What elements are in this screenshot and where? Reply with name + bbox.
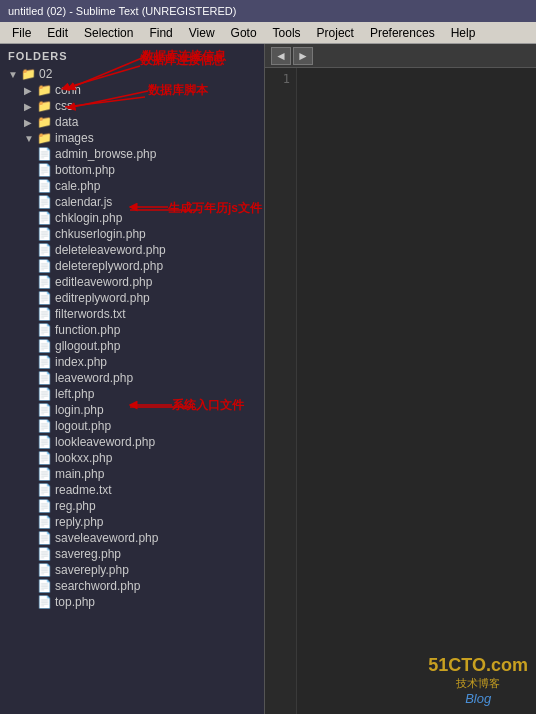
file-label: main.php xyxy=(55,467,104,481)
menu-find[interactable]: Find xyxy=(141,24,180,42)
file-icon: 📄 xyxy=(36,531,52,545)
forward-button[interactable]: ► xyxy=(293,47,313,65)
file-label: leaveword.php xyxy=(55,371,133,385)
code-area[interactable] xyxy=(297,68,536,714)
file-reply[interactable]: 📄 reply.php xyxy=(0,514,264,530)
file-icon: 📄 xyxy=(36,259,52,273)
file-cale[interactable]: 📄 cale.php xyxy=(0,178,264,194)
folder-icon: 📁 xyxy=(36,131,52,145)
folder-css-label: css xyxy=(55,99,73,113)
file-top[interactable]: 📄 top.php xyxy=(0,594,264,610)
file-deletereplyword[interactable]: 📄 deletereplyword.php xyxy=(0,258,264,274)
menu-tools[interactable]: Tools xyxy=(265,24,309,42)
file-chkuserlogin[interactable]: 📄 chkuserlogin.php xyxy=(0,226,264,242)
file-editleaveword[interactable]: 📄 editleaveword.php xyxy=(0,274,264,290)
file-icon: 📄 xyxy=(36,275,52,289)
file-label: reply.php xyxy=(55,515,103,529)
file-icon: 📄 xyxy=(36,355,52,369)
file-bottom[interactable]: 📄 bottom.php xyxy=(0,162,264,178)
file-savereg[interactable]: 📄 savereg.php xyxy=(0,546,264,562)
file-lookxx[interactable]: 📄 lookxx.php xyxy=(0,450,264,466)
file-label: deletereplyword.php xyxy=(55,259,163,273)
file-left[interactable]: 📄 left.php xyxy=(0,386,264,402)
file-icon: 📄 xyxy=(36,499,52,513)
folder-images[interactable]: ▼ 📁 images xyxy=(0,130,264,146)
file-label: logout.php xyxy=(55,419,111,433)
file-readme[interactable]: 📄 readme.txt xyxy=(0,482,264,498)
file-label: saveleaveword.php xyxy=(55,531,158,545)
folder-data[interactable]: ▶ 📁 data xyxy=(0,114,264,130)
file-icon: 📄 xyxy=(36,291,52,305)
file-icon: 📄 xyxy=(36,307,52,321)
editor-content: 1 xyxy=(265,68,536,714)
file-icon: 📄 xyxy=(36,387,52,401)
menu-project[interactable]: Project xyxy=(309,24,362,42)
file-label: bottom.php xyxy=(55,163,115,177)
file-deleteleaveword[interactable]: 📄 deleteleaveword.php xyxy=(0,242,264,258)
file-chklogin[interactable]: 📄 chklogin.php xyxy=(0,210,264,226)
file-label: savereply.php xyxy=(55,563,129,577)
menu-edit[interactable]: Edit xyxy=(39,24,76,42)
menu-goto[interactable]: Goto xyxy=(223,24,265,42)
arrow-down-icon: ▼ xyxy=(8,69,20,80)
folder-root-02[interactable]: ▼ 📁 02 xyxy=(0,66,264,82)
file-calendar-js[interactable]: 📄 calendar.js xyxy=(0,194,264,210)
folder-conn[interactable]: ▶ 📁 conn xyxy=(0,82,264,98)
file-icon: 📄 xyxy=(36,419,52,433)
sidebar: FOLDERS ▼ 📁 02 ▶ 📁 conn ▶ 📁 css ▶ 📁 data… xyxy=(0,44,265,714)
file-login[interactable]: 📄 login.php xyxy=(0,402,264,418)
file-logout[interactable]: 📄 logout.php xyxy=(0,418,264,434)
file-icon: 📄 xyxy=(36,547,52,561)
line-number: 1 xyxy=(265,72,290,86)
file-label: filterwords.txt xyxy=(55,307,126,321)
file-label: calendar.js xyxy=(55,195,112,209)
root-folder-label: 02 xyxy=(39,67,52,81)
file-searchword[interactable]: 📄 searchword.php xyxy=(0,578,264,594)
menu-preferences[interactable]: Preferences xyxy=(362,24,443,42)
folder-data-label: data xyxy=(55,115,78,129)
file-savereply[interactable]: 📄 savereply.php xyxy=(0,562,264,578)
folder-css[interactable]: ▶ 📁 css xyxy=(0,98,264,114)
file-function[interactable]: 📄 function.php xyxy=(0,322,264,338)
menu-help[interactable]: Help xyxy=(443,24,484,42)
file-leaveword[interactable]: 📄 leaveword.php xyxy=(0,370,264,386)
file-filterwords[interactable]: 📄 filterwords.txt xyxy=(0,306,264,322)
file-label: lookleaveword.php xyxy=(55,435,155,449)
menu-selection[interactable]: Selection xyxy=(76,24,141,42)
file-label: readme.txt xyxy=(55,483,112,497)
file-admin-browse[interactable]: 📄 admin_browse.php xyxy=(0,146,264,162)
file-icon: 📄 xyxy=(36,227,52,241)
file-saveleaveword[interactable]: 📄 saveleaveword.php xyxy=(0,530,264,546)
file-label: chklogin.php xyxy=(55,211,122,225)
sidebar-header: FOLDERS xyxy=(0,44,264,66)
file-index[interactable]: 📄 index.php xyxy=(0,354,264,370)
back-button[interactable]: ◄ xyxy=(271,47,291,65)
title-label: untitled (02) - Sublime Text (UNREGISTER… xyxy=(8,5,236,17)
file-icon: 📄 xyxy=(36,515,52,529)
folder-conn-label: conn xyxy=(55,83,81,97)
file-label: index.php xyxy=(55,355,107,369)
file-label: chkuserlogin.php xyxy=(55,227,146,241)
arrow-down-icon: ▼ xyxy=(24,133,36,144)
file-label: admin_browse.php xyxy=(55,147,156,161)
file-label: editreplyword.php xyxy=(55,291,150,305)
line-numbers: 1 xyxy=(265,68,297,714)
menu-file[interactable]: File xyxy=(4,24,39,42)
file-editreplyword[interactable]: 📄 editreplyword.php xyxy=(0,290,264,306)
arrow-right-icon: ▶ xyxy=(24,85,36,96)
file-label: function.php xyxy=(55,323,120,337)
file-main[interactable]: 📄 main.php xyxy=(0,466,264,482)
file-label: cale.php xyxy=(55,179,100,193)
file-icon: 📄 xyxy=(36,403,52,417)
file-icon: 📄 xyxy=(36,371,52,385)
file-label: gllogout.php xyxy=(55,339,120,353)
file-gllogout[interactable]: 📄 gllogout.php xyxy=(0,338,264,354)
file-icon: 📄 xyxy=(36,563,52,577)
file-label: left.php xyxy=(55,387,94,401)
file-reg[interactable]: 📄 reg.php xyxy=(0,498,264,514)
file-icon: 📄 xyxy=(36,595,52,609)
menu-view[interactable]: View xyxy=(181,24,223,42)
file-icon: 📄 xyxy=(36,179,52,193)
file-icon: 📄 xyxy=(36,579,52,593)
file-lookleaveword[interactable]: 📄 lookleaveword.php xyxy=(0,434,264,450)
